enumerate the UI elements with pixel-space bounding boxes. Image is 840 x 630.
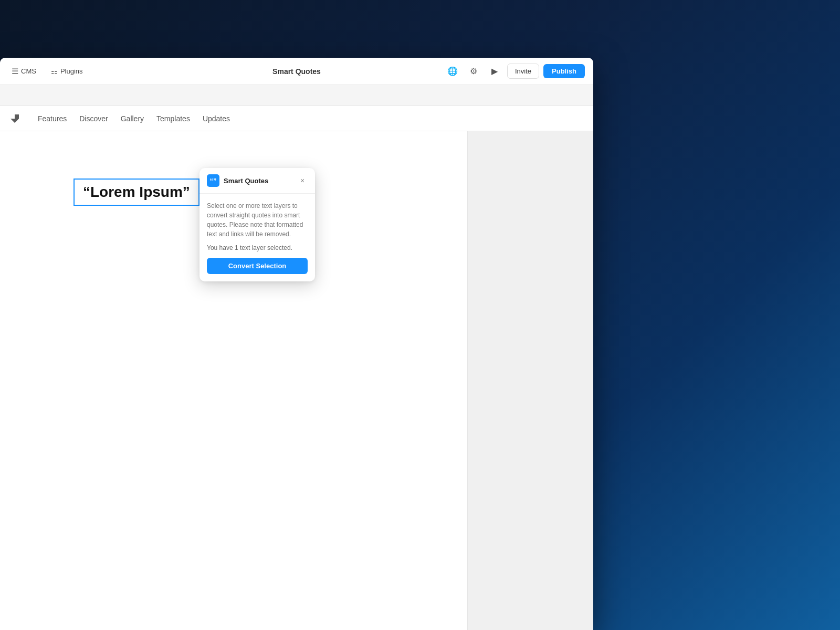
plugin-dialog-header: “” Smart Quotes × (200, 168, 315, 194)
convert-selection-button[interactable]: Convert Selection (207, 258, 308, 274)
play-icon: ▶ (491, 66, 498, 76)
subnav-item-features[interactable]: Features (38, 112, 67, 125)
topbar-right: 🌐 ⚙ ▶ Invite Publish (444, 63, 585, 80)
globe-button[interactable]: 🌐 (444, 63, 461, 80)
plugin-dialog: “” Smart Quotes × Select one or more tex… (200, 168, 315, 281)
subnav-item-updates[interactable]: Updates (203, 112, 230, 125)
toolbar (0, 85, 593, 106)
cms-label: CMS (21, 67, 36, 75)
topbar: ☰ CMS ⚏ Plugins Smart Quotes 🌐 ⚙ ▶ Invit… (0, 58, 593, 85)
subnav: Features Discover Gallery Templates Upda… (0, 106, 593, 131)
publish-button[interactable]: Publish (543, 64, 585, 78)
close-dialog-button[interactable]: × (297, 175, 308, 186)
subnav-item-discover[interactable]: Discover (79, 112, 108, 125)
gear-icon: ⚙ (470, 66, 477, 76)
invite-button[interactable]: Invite (507, 64, 539, 79)
plugin-description: Select one or more text layers to conver… (207, 201, 308, 239)
plugin-dialog-body: Select one or more text layers to conver… (200, 194, 315, 281)
play-button[interactable]: ▶ (486, 63, 503, 80)
plugins-nav-item[interactable]: ⚏ Plugins (48, 65, 86, 78)
canvas-right-panel (467, 131, 593, 630)
subnav-item-gallery[interactable]: Gallery (121, 112, 144, 125)
canvas-area: “Lorem Ipsum” “” Smart Quotes × Select o… (0, 131, 593, 630)
plugin-dialog-title: Smart Quotes (224, 177, 293, 185)
canvas-main[interactable]: “Lorem Ipsum” “” Smart Quotes × Select o… (0, 131, 467, 630)
cms-icon: ☰ (12, 67, 18, 76)
globe-icon: 🌐 (447, 66, 458, 76)
cms-nav-item[interactable]: ☰ CMS (8, 65, 39, 78)
plugins-icon: ⚏ (51, 67, 58, 76)
plugin-icon: “” (207, 174, 219, 187)
plugins-label: Plugins (60, 67, 83, 75)
plugin-status: You have 1 text layer selected. (207, 244, 308, 251)
selected-text-element[interactable]: “Lorem Ipsum” (74, 178, 200, 206)
subnav-item-templates[interactable]: Templates (156, 112, 190, 125)
settings-button[interactable]: ⚙ (465, 63, 482, 80)
app-window: ☰ CMS ⚏ Plugins Smart Quotes 🌐 ⚙ ▶ Invit… (0, 58, 593, 630)
topbar-left: ☰ CMS ⚏ Plugins (8, 65, 86, 78)
framer-logo (8, 112, 21, 125)
page-title: Smart Quotes (272, 67, 321, 76)
